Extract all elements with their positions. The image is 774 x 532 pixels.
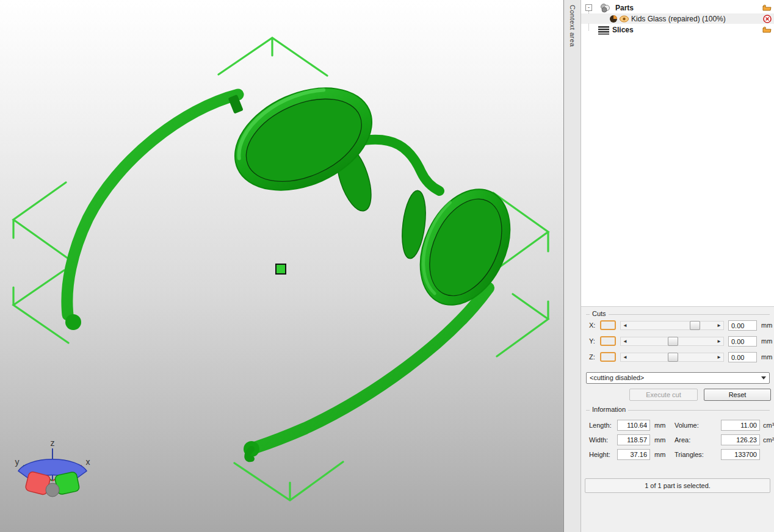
y-axis-label: y [15, 457, 20, 467]
information-group: Information Length: mm Volume: cm³ Width… [586, 410, 770, 471]
delete-part-icon[interactable] [763, 15, 772, 25]
triangles-label: Triangles: [675, 451, 704, 458]
slices-icon [598, 26, 610, 37]
width-label: Width: [589, 436, 608, 444]
volume-unit: cm³ [763, 422, 774, 429]
x-axis-cut-label: X: [589, 322, 595, 329]
slider-left-arrow[interactable]: ◄ [621, 322, 629, 329]
pivot-marker [276, 264, 286, 274]
height-label: Height: [589, 451, 610, 458]
collapse-icon[interactable]: - [585, 4, 592, 11]
area-value[interactable] [721, 434, 760, 445]
cut-row-x: X: ◄ ► mm [586, 320, 770, 331]
x-cut-slider[interactable]: ◄ ► [620, 321, 724, 330]
slider-left-arrow[interactable]: ◄ [621, 337, 629, 345]
execute-cut-button[interactable]: Execute cut [629, 389, 698, 401]
information-title: Information [590, 406, 628, 413]
width-value[interactable] [617, 434, 650, 445]
z-slider-thumb[interactable] [668, 353, 678, 362]
z-cut-checkbox[interactable] [600, 352, 616, 362]
height-unit: mm [654, 451, 665, 458]
cuts-group: Cuts X: ◄ ► mm Y: ◄ ► [586, 314, 770, 370]
controls-pane: Cuts X: ◄ ► mm Y: ◄ ► [581, 307, 774, 532]
z-axis-label: z [51, 438, 55, 448]
x-slider-thumb[interactable] [690, 321, 700, 330]
open-slices-folder-icon[interactable] [762, 26, 772, 35]
y-cut-checkbox[interactable] [600, 336, 616, 346]
context-area-tab[interactable]: Context area [563, 0, 581, 532]
slider-left-arrow[interactable]: ◄ [621, 353, 629, 361]
height-value[interactable] [617, 449, 650, 460]
x-cut-value-input[interactable] [728, 320, 757, 331]
visibility-eye-icon[interactable] [620, 15, 629, 24]
cutting-mode-dropdown[interactable]: <cutting disabled> [586, 372, 770, 384]
x-axis-label: x [86, 457, 90, 467]
model-kids-glasses[interactable] [65, 68, 527, 459]
z-cut-unit: mm [761, 353, 772, 361]
gray-sphere [46, 483, 59, 497]
axis-orientation-widget: z y x [15, 438, 90, 497]
right-temple-arm [256, 288, 488, 447]
slider-right-arrow[interactable]: ► [715, 353, 723, 361]
volume-label: Volume: [675, 422, 699, 429]
left-temple-arm [67, 95, 238, 315]
y-cut-value-input[interactable] [728, 336, 757, 347]
slider-right-arrow[interactable]: ► [715, 337, 723, 345]
y-axis-cut-label: Y: [589, 337, 595, 345]
chevron-down-icon [761, 376, 766, 379]
scene-canvas: z y x [0, 0, 563, 532]
side-panel: - Parts Kids Glass (repaired) (100%) [581, 0, 774, 532]
parts-label: Parts [615, 4, 634, 12]
slices-label: Slices [612, 26, 634, 34]
tree-row-parts[interactable]: - Parts [581, 2, 774, 13]
tree-row-part-kids-glass[interactable]: Kids Glass (repaired) (100%) [581, 13, 774, 24]
tree-row-slices[interactable]: Slices [581, 24, 774, 35]
selection-status-text: 1 of 1 part is selected. [645, 482, 711, 489]
volume-value[interactable] [721, 420, 760, 431]
part-item-label: Kids Glass (repaired) (100%) [631, 15, 726, 23]
slider-right-arrow[interactable]: ► [715, 322, 723, 329]
triangles-value[interactable] [721, 449, 760, 460]
z-cut-slider[interactable]: ◄ ► [620, 353, 724, 362]
area-unit: cm² [763, 436, 774, 444]
z-axis-cut-label: Z: [589, 353, 595, 361]
selection-status-bar: 1 of 1 part is selected. [585, 478, 770, 493]
right-temple-curl [247, 449, 251, 459]
parts-tree: - Parts Kids Glass (repaired) (100%) [581, 0, 774, 307]
y-cut-slider[interactable]: ◄ ► [620, 337, 724, 346]
y-cut-unit: mm [761, 337, 772, 345]
info-row-1: Length: mm Volume: cm³ [586, 420, 770, 431]
cuts-title: Cuts [590, 310, 609, 317]
context-area-label: Context area [569, 0, 576, 47]
left-temple-tip [65, 314, 81, 330]
length-value[interactable] [617, 420, 650, 431]
info-row-3: Height: mm Triangles: [586, 449, 770, 460]
length-unit: mm [654, 422, 665, 429]
area-label: Area: [675, 436, 690, 444]
width-unit: mm [654, 436, 665, 444]
cut-row-z: Z: ◄ ► mm [586, 352, 770, 362]
cutting-mode-value: <cutting disabled> [590, 374, 644, 381]
z-cut-value-input[interactable] [728, 352, 757, 362]
viewport-3d[interactable]: z y x [0, 0, 563, 532]
info-row-2: Width: mm Area: cm² [586, 434, 770, 445]
reset-button[interactable]: Reset [704, 389, 771, 401]
length-label: Length: [589, 422, 612, 429]
y-slider-thumb[interactable] [668, 337, 678, 346]
x-cut-checkbox[interactable] [600, 320, 616, 330]
part-sphere-icon [609, 15, 618, 25]
x-cut-unit: mm [761, 322, 772, 329]
open-folder-icon[interactable] [762, 4, 772, 13]
cut-row-y: Y: ◄ ► mm [586, 336, 770, 347]
